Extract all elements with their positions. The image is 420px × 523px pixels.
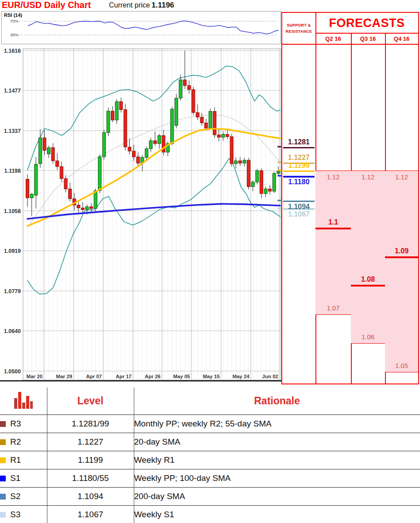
level-row-s2: S21.1094200-day SMA bbox=[0, 488, 420, 506]
y-axis-label: 1.1477 bbox=[4, 88, 21, 94]
candlestick bbox=[226, 134, 229, 136]
forecast-range-top-label: 1.12 bbox=[315, 173, 351, 181]
candlestick bbox=[51, 147, 54, 161]
level-row-r2: R21.122720-day SMA bbox=[0, 433, 420, 451]
candlestick bbox=[47, 147, 51, 154]
level-color-swatch-icon bbox=[0, 439, 6, 445]
x-axis-label: Mar 20 bbox=[27, 374, 43, 379]
candlestick bbox=[145, 149, 148, 158]
candlestick bbox=[39, 138, 42, 163]
forecast-quarter-q3-16: Q3 16 bbox=[351, 33, 385, 44]
level-id: R3 bbox=[0, 415, 47, 433]
candlestick bbox=[247, 160, 250, 187]
sr-level-label-r3: 1.1281 bbox=[282, 138, 315, 146]
candlestick bbox=[187, 85, 191, 89]
candlestick bbox=[56, 161, 59, 167]
forecast-quarter-q2-16: Q2 16 bbox=[315, 33, 351, 44]
candlestick bbox=[128, 147, 131, 151]
sr-tick bbox=[278, 162, 281, 163]
candlestick bbox=[81, 208, 84, 210]
divider bbox=[282, 44, 418, 45]
y-axis-label: 1.0919 bbox=[4, 248, 21, 254]
candlestick bbox=[171, 109, 174, 143]
candlestick bbox=[196, 112, 199, 117]
candlestick bbox=[230, 137, 233, 164]
candlestick bbox=[69, 189, 72, 199]
forecast-range bbox=[315, 171, 351, 315]
x-axis-label: Jun 02 bbox=[262, 374, 278, 379]
candlestick bbox=[179, 80, 182, 98]
sr-tick bbox=[278, 200, 281, 201]
x-axis-label: May 24 bbox=[233, 374, 250, 379]
y-axis-label: 1.1198 bbox=[4, 168, 21, 174]
candlestick bbox=[124, 110, 127, 147]
candlestick bbox=[205, 123, 208, 128]
forecast-range bbox=[385, 171, 418, 372]
candlestick bbox=[35, 164, 38, 195]
rationale-column-header: Rationale bbox=[134, 387, 420, 415]
candlestick bbox=[268, 189, 272, 191]
candlestick bbox=[102, 133, 105, 157]
level-value: 1.1281/99 bbox=[47, 415, 134, 433]
level-value: 1.1067 bbox=[47, 506, 134, 523]
candlestick bbox=[90, 207, 93, 209]
level-id: S1 bbox=[0, 469, 47, 488]
forecast-point-line bbox=[385, 256, 418, 258]
sr-tick bbox=[278, 208, 281, 209]
sr-level-line-r3 bbox=[283, 147, 315, 149]
candlestick bbox=[251, 182, 254, 186]
forecast-range bbox=[351, 171, 385, 344]
y-axis-label: 1.0640 bbox=[4, 328, 21, 334]
level-id: S3 bbox=[0, 506, 47, 523]
candlestick bbox=[200, 117, 203, 123]
candlestick bbox=[132, 151, 136, 157]
candlestick bbox=[264, 189, 267, 194]
forecast-range-top-label: 1.12 bbox=[385, 173, 418, 181]
level-rationale: Weekly R1 bbox=[134, 451, 420, 469]
candlestick bbox=[94, 191, 97, 209]
forecast-range-top-label: 1.12 bbox=[351, 173, 385, 181]
table-header-row: Level Rationale bbox=[0, 387, 420, 415]
x-axis-label: Apr 07 bbox=[86, 374, 102, 379]
x-axis-label: Apr 17 bbox=[116, 374, 132, 379]
candlestick bbox=[256, 170, 259, 182]
sr-tick bbox=[278, 175, 281, 176]
candlestick bbox=[209, 112, 212, 128]
y-axis-label: 1.1616 bbox=[4, 48, 21, 54]
candlestick bbox=[213, 112, 216, 135]
level-color-swatch-icon bbox=[0, 476, 6, 481]
candlestick bbox=[277, 171, 280, 174]
sr-level-label-r2: 1.1227 bbox=[282, 154, 315, 162]
support-resistance-header-line1: SUPPORT & bbox=[287, 23, 311, 29]
y-axis-label: 1.0500 bbox=[4, 368, 21, 375]
candlestick bbox=[115, 102, 118, 120]
candlestick bbox=[60, 167, 63, 178]
x-axis-label: Mar 29 bbox=[56, 374, 72, 379]
forecast-range-bottom-label: 1.06 bbox=[351, 333, 385, 341]
candlestick bbox=[239, 161, 242, 163]
level-row-r1: R11.1199Weekly R1 bbox=[0, 451, 420, 469]
forecasts-title: FORECASTS bbox=[315, 13, 418, 33]
level-color-swatch-icon bbox=[0, 421, 6, 427]
candlestick bbox=[64, 178, 67, 189]
candlestick bbox=[158, 136, 161, 143]
x-axis-label: May 05 bbox=[173, 374, 191, 379]
level-rationale: Weekly PP; 100-day SMA bbox=[134, 469, 420, 488]
sr-level-label-r1: 1.1199 bbox=[282, 162, 315, 170]
candlestick bbox=[120, 102, 123, 110]
y-axis-label: 1.1337 bbox=[4, 128, 21, 134]
y-axis-label: 1.0779 bbox=[4, 288, 21, 294]
candlestick bbox=[86, 207, 89, 210]
level-row-s3: S31.1067Weekly S1 bbox=[0, 506, 420, 523]
forecast-point-line bbox=[315, 228, 351, 229]
candlestick bbox=[111, 111, 114, 120]
candlestick bbox=[154, 141, 157, 144]
sr-level-label-s2: 1.1094 bbox=[282, 203, 315, 211]
level-rationale: Weekly S1 bbox=[134, 506, 420, 523]
sr-level-label-s3: 1.1067 bbox=[282, 210, 315, 218]
level-rationale: 20-day SMA bbox=[134, 433, 420, 451]
candlestick bbox=[136, 157, 140, 163]
bar-chart-icon bbox=[0, 387, 47, 415]
level-row-r3: R31.1281/99Monthly PP; weekly R2; 55-day… bbox=[0, 415, 420, 433]
level-column-header: Level bbox=[47, 387, 134, 415]
